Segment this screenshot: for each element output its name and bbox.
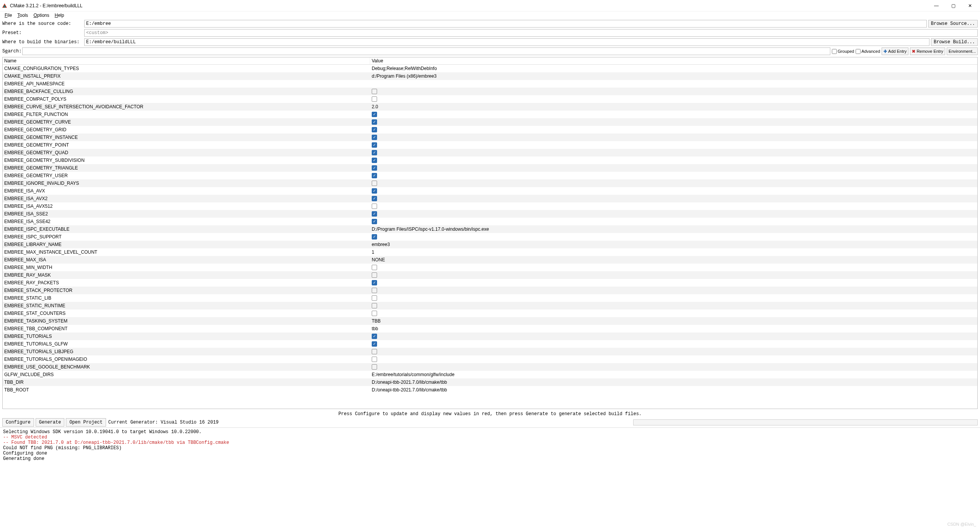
table-row[interactable]: EMBREE_GEOMETRY_TRIANGLE [3, 164, 977, 172]
browse-source-button[interactable]: Browse Source... [928, 20, 978, 28]
checkbox-icon[interactable] [372, 165, 377, 171]
checkbox-icon[interactable] [372, 135, 377, 140]
table-row[interactable]: EMBREE_STACK_PROTECTOR [3, 287, 977, 294]
table-row[interactable]: EMBREE_CURVE_SELF_INTERSECTION_AVOIDANCE… [3, 103, 977, 111]
table-row[interactable]: EMBREE_GEOMETRY_SUBDIVISION [3, 156, 977, 164]
table-row[interactable]: EMBREE_API_NAMESPACE [3, 80, 977, 88]
checkbox-icon[interactable] [372, 181, 377, 186]
cell-value[interactable] [370, 142, 977, 148]
table-row[interactable]: EMBREE_GEOMETRY_GRID [3, 126, 977, 134]
cell-value[interactable] [370, 280, 977, 285]
cell-value[interactable]: tbb [370, 326, 977, 331]
preset-combo[interactable] [84, 29, 978, 37]
cell-value[interactable] [370, 311, 977, 316]
table-row[interactable]: EMBREE_ISA_AVX2 [3, 195, 977, 202]
checkbox-icon[interactable] [372, 112, 377, 117]
checkbox-icon[interactable] [372, 288, 377, 293]
menu-help[interactable]: Help [52, 12, 67, 18]
table-row[interactable]: EMBREE_TUTORIALS_GLFW [3, 340, 977, 348]
cell-value[interactable] [370, 181, 977, 186]
cell-value[interactable] [370, 204, 977, 209]
cell-value[interactable] [370, 135, 977, 140]
menu-tools[interactable]: Tools [15, 12, 30, 18]
checkbox-icon[interactable] [372, 158, 377, 163]
cell-value[interactable]: NONE [370, 257, 977, 262]
browse-build-button[interactable]: Browse Build... [931, 38, 978, 46]
table-row[interactable]: EMBREE_ISPC_EXECUTABLED:/Program Files/I… [3, 225, 977, 233]
table-row[interactable]: EMBREE_GEOMETRY_USER [3, 172, 977, 179]
search-input[interactable] [22, 47, 830, 55]
checkbox-icon[interactable] [372, 89, 377, 94]
cell-value[interactable] [370, 112, 977, 117]
environment-button[interactable]: Environment... [947, 47, 978, 55]
cell-value[interactable] [370, 119, 977, 125]
table-row[interactable]: EMBREE_TUTORIALS_LIBJPEG [3, 348, 977, 355]
checkbox-icon[interactable] [372, 349, 377, 354]
menu-options[interactable]: Options [31, 12, 51, 18]
table-row[interactable]: EMBREE_STATIC_LIB [3, 294, 977, 302]
cell-value[interactable] [370, 211, 977, 217]
checkbox-icon[interactable] [372, 295, 377, 301]
log-output[interactable]: Selecting Windows SDK version 10.0.19041… [0, 428, 980, 528]
table-row[interactable]: EMBREE_TUTORIALS_OPENIMAGEIO [3, 355, 977, 363]
table-row[interactable]: CMAKE_CONFIGURATION_TYPESDebug;Release;R… [3, 65, 977, 72]
minimize-button[interactable]: — [928, 0, 945, 11]
table-row[interactable]: EMBREE_LIBRARY_NAMEembree3 [3, 241, 977, 248]
table-row[interactable]: EMBREE_ISPC_SUPPORT [3, 233, 977, 241]
table-row[interactable]: TBB_DIRD:/oneapi-tbb-2021.7.0/lib/cmake/… [3, 378, 977, 386]
cell-value[interactable]: Debug;Release;RelWithDebInfo [370, 66, 977, 71]
checkbox-icon[interactable] [372, 234, 377, 240]
table-row[interactable]: EMBREE_MAX_ISANONE [3, 256, 977, 264]
table-row[interactable]: EMBREE_ISA_AVX512 [3, 202, 977, 210]
cell-value[interactable] [370, 234, 977, 240]
cell-value[interactable] [370, 173, 977, 178]
table-row[interactable]: EMBREE_ISA_AVX [3, 187, 977, 195]
table-row[interactable]: EMBREE_COMPACT_POLYS [3, 95, 977, 103]
table-row[interactable]: EMBREE_RAY_PACKETS [3, 279, 977, 287]
cell-value[interactable] [370, 295, 977, 301]
cell-value[interactable] [370, 349, 977, 354]
open-project-button[interactable]: Open Project [66, 418, 106, 427]
menu-file[interactable]: File [2, 12, 14, 18]
cell-value[interactable]: D:/oneapi-tbb-2021.7.0/lib/cmake/tbb [370, 380, 977, 385]
checkbox-icon[interactable] [372, 204, 377, 209]
checkbox-icon[interactable] [372, 150, 377, 155]
table-row[interactable]: EMBREE_GEOMETRY_CURVE [3, 118, 977, 126]
cell-value[interactable]: embree3 [370, 242, 977, 247]
table-row[interactable]: TBB_ROOTD:/oneapi-tbb-2021.7.0/lib/cmake… [3, 386, 977, 394]
generate-button[interactable]: Generate [36, 418, 65, 427]
table-row[interactable]: EMBREE_TUTORIALS [3, 332, 977, 340]
remove-entry-button[interactable]: ✖Remove Entry [910, 47, 945, 55]
build-input[interactable] [84, 38, 929, 46]
table-row[interactable]: EMBREE_GEOMETRY_INSTANCE [3, 134, 977, 141]
table-row[interactable]: EMBREE_ISA_SSE2 [3, 210, 977, 218]
cell-value[interactable]: D:/Program Files/ISPC/ispc-v1.17.0-windo… [370, 227, 977, 232]
checkbox-icon[interactable] [372, 96, 377, 102]
table-row[interactable]: EMBREE_MAX_INSTANCE_LEVEL_COUNT1 [3, 248, 977, 256]
table-row[interactable]: EMBREE_BACKFACE_CULLING [3, 88, 977, 95]
checkbox-icon[interactable] [372, 341, 377, 347]
checkbox-icon[interactable] [372, 219, 377, 224]
checkbox-icon[interactable] [372, 211, 377, 217]
cell-value[interactable]: D:/oneapi-tbb-2021.7.0/lib/cmake/tbb [370, 387, 977, 393]
cell-value[interactable] [370, 158, 977, 163]
cell-value[interactable] [370, 165, 977, 171]
source-input[interactable] [84, 20, 927, 28]
cell-value[interactable]: d:/Program Files (x86)/embree3 [370, 73, 977, 79]
table-row[interactable]: EMBREE_RAY_MASK [3, 271, 977, 279]
table-row[interactable]: EMBREE_MIN_WIDTH [3, 264, 977, 271]
table-row[interactable]: EMBREE_USE_GOOGLE_BENCHMARK [3, 363, 977, 371]
checkbox-icon[interactable] [372, 364, 377, 370]
table-row[interactable]: EMBREE_FILTER_FUNCTION [3, 111, 977, 118]
checkbox-icon[interactable] [372, 311, 377, 316]
checkbox-icon[interactable] [372, 142, 377, 148]
table-row[interactable]: EMBREE_GEOMETRY_QUAD [3, 149, 977, 156]
cell-value[interactable]: 2.0 [370, 104, 977, 109]
checkbox-icon[interactable] [372, 196, 377, 201]
grouped-checkbox[interactable]: Grouped [832, 49, 854, 54]
checkbox-icon[interactable] [372, 357, 377, 362]
maximize-button[interactable]: ▢ [945, 0, 962, 11]
checkbox-icon[interactable] [372, 280, 377, 285]
checkbox-icon[interactable] [372, 265, 377, 270]
table-row[interactable]: CMAKE_INSTALL_PREFIXd:/Program Files (x8… [3, 72, 977, 80]
